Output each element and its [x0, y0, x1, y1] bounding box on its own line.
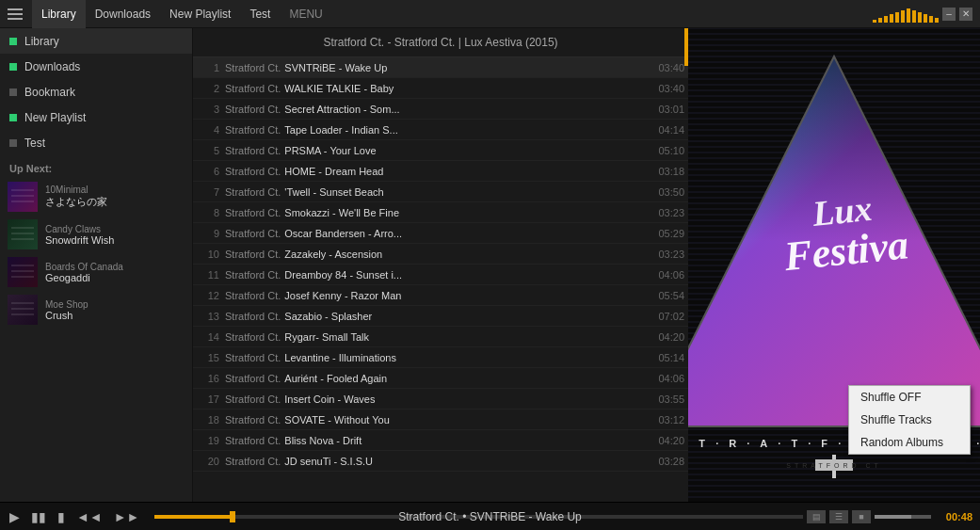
track-number: 11: [197, 269, 219, 281]
track-duration: 03:28: [658, 456, 684, 467]
table-row[interactable]: 14Stratford Ct.Rygarr- Small Talk04:20: [193, 327, 688, 347]
table-row[interactable]: 15Stratford Ct.Levantine - Illuminations…: [193, 347, 688, 368]
up-next-item[interactable]: 10Minimalさよならの家: [0, 178, 192, 216]
progress-fill: [154, 515, 233, 519]
table-row[interactable]: 19Stratford Ct.Bliss Nova - Drift04:20: [193, 430, 688, 451]
table-row[interactable]: 16Stratford Ct.Auriént - Fooled Again04:…: [193, 368, 688, 389]
hamburger-icon[interactable]: [8, 5, 26, 24]
track-title: Insert Coin - Waves: [284, 393, 652, 405]
up-next-title: Geogaddi: [45, 272, 123, 283]
bottom-right-controls: ▤ ☰ ■ 00:48: [807, 510, 972, 523]
context-menu-random-albums[interactable]: Random Albums: [849, 431, 970, 454]
track-title: Secret Attraction - Som...: [284, 104, 652, 115]
time-display: 00:48: [935, 511, 972, 522]
top-bar: Library Downloads New Playlist Test MENU…: [0, 0, 980, 28]
table-row[interactable]: 8Stratford Ct.Smokazzi - We'll Be Fine03…: [193, 202, 688, 223]
volume-fill: [875, 515, 911, 519]
sidebar-dot-bookmark: [9, 88, 17, 96]
table-row[interactable]: 17Stratford Ct.Insert Coin - Waves03:55: [193, 389, 688, 410]
track-number: 1: [197, 62, 219, 73]
table-row[interactable]: 4Stratford Ct.Tape Loader - Indian S...0…: [193, 120, 688, 140]
table-row[interactable]: 18Stratford Ct.SOVATE - Without You03:12: [193, 410, 688, 430]
sidebar-label-downloads: Downloads: [24, 60, 80, 73]
track-list[interactable]: Stratford Ct. - Stratford Ct. | Lux Aest…: [193, 28, 688, 502]
menu-label[interactable]: MENU: [280, 0, 331, 28]
minimize-button[interactable]: –: [942, 8, 956, 21]
playlist-icon[interactable]: ☰: [829, 510, 848, 523]
tab-downloads[interactable]: Downloads: [86, 0, 160, 28]
table-row[interactable]: 2Stratford Ct.WALKIE TALKIE - Baby03:40: [193, 78, 688, 99]
track-title: Sazabio - Splasher: [284, 311, 652, 322]
sidebar-item-new-playlist[interactable]: New Playlist: [0, 104, 192, 130]
track-title: SVNTRiBE - Wake Up: [284, 62, 652, 73]
track-artist: Stratford Ct.: [225, 186, 281, 198]
track-artist: Stratford Ct.: [225, 145, 281, 156]
track-artist: Stratford Ct.: [225, 83, 281, 94]
up-next-item[interactable]: Boards Of CanadaGeogaddi: [0, 253, 192, 291]
track-duration: 05:10: [658, 145, 684, 156]
table-row[interactable]: 3Stratford Ct.Secret Attraction - Som...…: [193, 99, 688, 120]
stop-button[interactable]: ▮: [56, 507, 67, 526]
table-row[interactable]: 5Stratford Ct.PRSMA - Your Love05:10: [193, 140, 688, 161]
track-title: Bliss Nova - Drift: [284, 435, 652, 446]
eq-icon[interactable]: ▤: [807, 510, 826, 523]
table-row[interactable]: 9Stratford Ct.Oscar Bandersen - Arro...0…: [193, 223, 688, 244]
bottom-bar: ▶ ▮▮ ▮ ◄◄ ►► Stratford Ct. • SVNTRiBE - …: [0, 502, 980, 530]
track-number: 16: [197, 373, 219, 384]
sidebar: Library Downloads Bookmark New Playlist …: [0, 28, 193, 502]
track-number: 8: [197, 207, 219, 218]
tab-test[interactable]: Test: [240, 0, 280, 28]
track-artist: Stratford Ct.: [225, 62, 281, 73]
track-title: Levantine - Illuminations: [284, 352, 652, 363]
tab-library[interactable]: Library: [32, 0, 86, 28]
track-duration: 03:18: [658, 166, 684, 177]
table-row[interactable]: 13Stratford Ct.Sazabio - Splasher07:02: [193, 306, 688, 327]
up-next-item[interactable]: Moe ShopCrush: [0, 291, 192, 329]
track-artist: Stratford Ct.: [225, 311, 281, 322]
track-duration: 05:29: [658, 228, 684, 239]
table-row[interactable]: 7Stratford Ct.'Twell - Sunset Beach03:50: [193, 182, 688, 202]
next-button[interactable]: ►►: [112, 507, 142, 526]
track-number: 12: [197, 290, 219, 301]
context-menu-shuffle-off[interactable]: Shuffle OFF: [849, 386, 970, 409]
track-title: Josef Kenny - Razor Man: [284, 290, 652, 301]
track-duration: 03:01: [658, 104, 684, 115]
sidebar-item-test[interactable]: Test: [0, 130, 192, 155]
up-next-title: Snowdrift Wish: [45, 234, 114, 246]
table-row[interactable]: 20Stratford Ct.JD senuTi - S.I.S.U03:28: [193, 451, 688, 472]
table-row[interactable]: 6Stratford Ct.HOME - Dream Head03:18: [193, 161, 688, 182]
track-duration: 04:20: [658, 331, 684, 343]
track-number: 5: [197, 145, 219, 156]
pause-button[interactable]: ▮▮: [29, 507, 48, 526]
table-row[interactable]: 11Stratford Ct.Dreamboy 84 - Sunset i...…: [193, 265, 688, 285]
table-row[interactable]: 10Stratford Ct.Zazakely - Ascension03:23: [193, 244, 688, 265]
table-row[interactable]: 12Stratford Ct.Josef Kenny - Razor Man05…: [193, 285, 688, 306]
track-title: Tape Loader - Indian S...: [284, 124, 652, 136]
up-next-artist: Moe Shop: [45, 299, 88, 310]
track-artist: Stratford Ct.: [225, 104, 281, 115]
sidebar-item-downloads[interactable]: Downloads: [0, 54, 192, 79]
track-duration: 05:54: [658, 290, 684, 301]
sidebar-item-library[interactable]: Library: [0, 28, 192, 54]
track-artist: Stratford Ct.: [225, 414, 281, 426]
volume-slider[interactable]: [875, 515, 931, 519]
track-duration: 03:40: [658, 83, 684, 94]
up-next-artist: Candy Claws: [45, 224, 114, 234]
track-title: 'Twell - Sunset Beach: [284, 186, 652, 198]
up-next-item[interactable]: Candy ClawsSnowdrift Wish: [0, 216, 192, 253]
sidebar-item-bookmark[interactable]: Bookmark: [0, 79, 192, 104]
track-artist: Stratford Ct.: [225, 435, 281, 446]
track-title: Oscar Bandersen - Arro...: [284, 228, 652, 239]
prev-button[interactable]: ◄◄: [74, 507, 104, 526]
up-next-list: 10Minimalさよならの家Candy ClawsSnowdrift Wish…: [0, 178, 192, 329]
close-button[interactable]: ✕: [959, 8, 972, 21]
track-number: 19: [197, 435, 219, 446]
tab-new-playlist[interactable]: New Playlist: [160, 0, 240, 28]
context-menu-shuffle-tracks[interactable]: Shuffle Tracks: [849, 409, 970, 431]
table-row[interactable]: 1Stratford Ct.SVNTRiBE - Wake Up03:40: [193, 57, 688, 78]
track-number: 14: [197, 331, 219, 343]
track-number: 3: [197, 104, 219, 115]
play-button[interactable]: ▶: [8, 507, 22, 526]
settings-icon[interactable]: ■: [852, 510, 871, 523]
track-title: PRSMA - Your Love: [284, 145, 652, 156]
